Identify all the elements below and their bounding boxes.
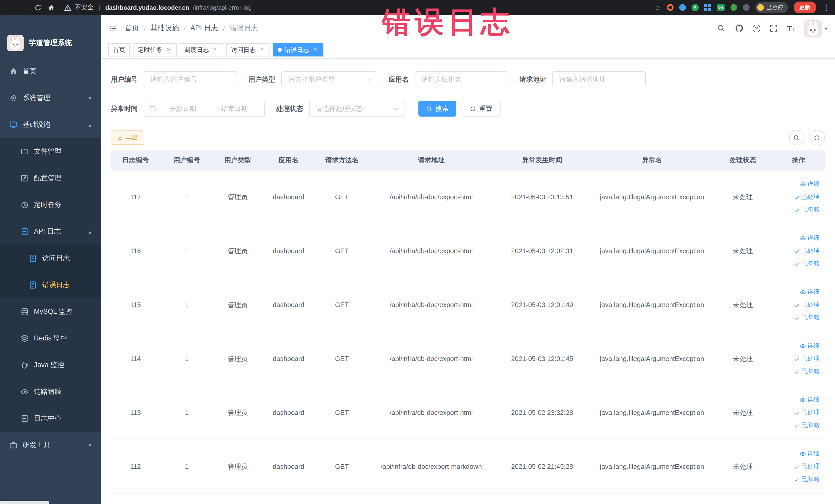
app-name-input[interactable]: [415, 72, 508, 87]
tab-access-log[interactable]: 访问日志 ×: [226, 43, 270, 57]
tab-home[interactable]: 首页: [108, 43, 130, 57]
forward-icon[interactable]: →: [19, 2, 31, 13]
sidebar-item-trace[interactable]: 链路追踪: [0, 379, 101, 405]
action-processed-link[interactable]: 已处理: [793, 193, 820, 201]
tab-close-icon[interactable]: ×: [211, 46, 219, 54]
bookmark-star-icon[interactable]: ☆: [655, 3, 661, 12]
cell-user-type: 管理员: [213, 332, 262, 386]
process-status-select[interactable]: 请选择处理状态: [309, 101, 405, 117]
github-icon[interactable]: [735, 24, 744, 33]
fullscreen-icon[interactable]: [769, 24, 778, 33]
reset-button[interactable]: 重置: [462, 101, 501, 117]
tab-scheduled-task[interactable]: 定时任务 ×: [133, 43, 177, 57]
sidebar-item-redis-monitor[interactable]: Redis 监控: [0, 325, 101, 352]
search-toggle-button[interactable]: [789, 130, 804, 145]
browser-chrome: ← → 不安全 | dashboard.yudao.iocoder.cn/inf…: [0, 0, 835, 15]
action-ignored-link[interactable]: 已忽略: [793, 367, 820, 376]
cell-url: /api/infra/db-doc/export-html: [369, 224, 494, 278]
tab-error-log[interactable]: 错误日志 ×: [273, 43, 323, 57]
eye-icon: [799, 450, 806, 457]
action-detail-link[interactable]: 详细: [799, 287, 820, 296]
check-icon: [793, 368, 799, 375]
cell-method: GET: [315, 278, 369, 332]
sidebar-item-error-log[interactable]: 错误日志: [0, 271, 101, 298]
sidebar-item-access-log[interactable]: 访问日志: [0, 245, 101, 271]
reload-icon[interactable]: [32, 2, 44, 13]
paused-badge[interactable]: 已暂停: [755, 2, 788, 13]
menu-fold-icon[interactable]: [108, 24, 117, 33]
tab-close-icon[interactable]: ×: [258, 46, 265, 54]
cell-exception: java.lang.IllegalArgumentException: [590, 332, 714, 386]
action-processed-link[interactable]: 已处理: [793, 354, 820, 363]
profile-emoji-icon: [757, 4, 763, 11]
breadcrumb-api-log[interactable]: API 日志: [190, 24, 219, 33]
cell-method: GET: [315, 170, 369, 224]
cell-time: 2021-05-02 21:45:28: [494, 440, 590, 493]
action-ignored-link[interactable]: 已忽略: [793, 205, 820, 214]
extension-on-badge[interactable]: on: [716, 4, 725, 11]
action-ignored-link[interactable]: 已忽略: [793, 421, 820, 430]
user-type-label: 用户类型: [248, 75, 275, 84]
sidebar-item-scheduled-task[interactable]: 定时任务: [0, 191, 101, 218]
action-ignored-link[interactable]: 已忽略: [793, 313, 820, 322]
user-id-input[interactable]: [144, 72, 237, 87]
action-ignored-link[interactable]: 已忽略: [793, 259, 820, 268]
tab-close-icon[interactable]: ×: [165, 46, 172, 54]
address-bar[interactable]: 不安全 | dashboard.yudao.iocoder.cn/infra/l…: [64, 2, 648, 13]
action-detail-link[interactable]: 详细: [799, 396, 820, 404]
action-processed-link[interactable]: 已处理: [793, 300, 820, 309]
browser-home-icon[interactable]: [45, 2, 58, 13]
action-detail-link[interactable]: 详细: [799, 180, 820, 188]
cell-exception: java.lang.IllegalArgumentException: [590, 278, 714, 332]
extension-ring-icon[interactable]: [667, 4, 673, 11]
action-detail-link[interactable]: 详细: [799, 234, 820, 242]
user-type-select[interactable]: 请选择用户类型: [281, 72, 377, 87]
request-url-input[interactable]: [552, 72, 646, 87]
extension-leaf-icon[interactable]: [730, 4, 737, 11]
exception-time-range-picker[interactable]: 开始日期 - 结束日期: [144, 101, 265, 117]
col-exception: 异常名: [590, 150, 714, 170]
eye-icon: [799, 397, 806, 403]
search-icon[interactable]: [717, 24, 726, 33]
sidebar-item-config-management[interactable]: 配置管理: [0, 165, 101, 191]
sidebar-item-java-monitor[interactable]: Java 监控: [0, 352, 101, 379]
breadcrumb-infrastructure[interactable]: 基础设施: [150, 24, 179, 33]
extension-blue-icon[interactable]: [679, 4, 686, 11]
extensions-puzzle-icon[interactable]: [742, 4, 749, 11]
search-button[interactable]: 搜索: [419, 101, 456, 117]
sidebar-item-system-management[interactable]: 系统管理 ▾: [0, 85, 101, 112]
browser-menu-icon[interactable]: ⋮: [823, 3, 830, 12]
export-button[interactable]: 导出: [111, 130, 144, 145]
sidebar-item-log-center[interactable]: 日志中心: [0, 405, 101, 432]
col-url: 请求地址: [369, 150, 494, 170]
extension-y-icon[interactable]: Y: [691, 4, 698, 11]
help-icon[interactable]: ?: [753, 24, 760, 32]
tab-close-icon[interactable]: ×: [312, 46, 319, 54]
action-detail-link[interactable]: 详细: [799, 341, 820, 350]
eye-icon: [799, 235, 806, 241]
breadcrumb-current: 错误日志: [229, 24, 258, 33]
sidebar-item-home[interactable]: 首页: [0, 58, 101, 85]
update-button[interactable]: 更新: [793, 2, 816, 13]
sidebar-scrollbar[interactable]: [0, 500, 49, 504]
sidebar-item-api-log[interactable]: API 日志 ▴: [0, 218, 101, 245]
sidebar-item-file-management[interactable]: 文件管理: [0, 138, 101, 165]
table-toolbar: 导出: [111, 130, 825, 145]
action-processed-link[interactable]: 已处理: [793, 462, 820, 471]
action-processed-link[interactable]: 已处理: [793, 408, 820, 417]
font-size-icon[interactable]: TT: [787, 24, 795, 33]
back-icon[interactable]: ←: [5, 2, 18, 13]
action-ignored-link[interactable]: 已忽略: [793, 475, 820, 484]
cell-app-name: dashboard: [262, 278, 315, 332]
user-menu[interactable]: ▾: [804, 19, 827, 37]
action-detail-link[interactable]: 详细: [799, 449, 820, 458]
sidebar-item-mysql-monitor[interactable]: MySQL 监控: [0, 298, 101, 325]
breadcrumb-home[interactable]: 首页: [125, 24, 139, 33]
sidebar-item-devtools[interactable]: 研发工具 ▾: [0, 432, 101, 459]
logo[interactable]: 芋道管理系统: [0, 15, 101, 58]
sidebar-item-infrastructure[interactable]: 基础设施 ▴: [0, 112, 101, 138]
tab-dispatch-log[interactable]: 调度日志 ×: [180, 43, 223, 57]
extension-grid-icon[interactable]: [704, 4, 711, 11]
action-processed-link[interactable]: 已处理: [793, 246, 820, 255]
refresh-button[interactable]: [809, 130, 825, 145]
